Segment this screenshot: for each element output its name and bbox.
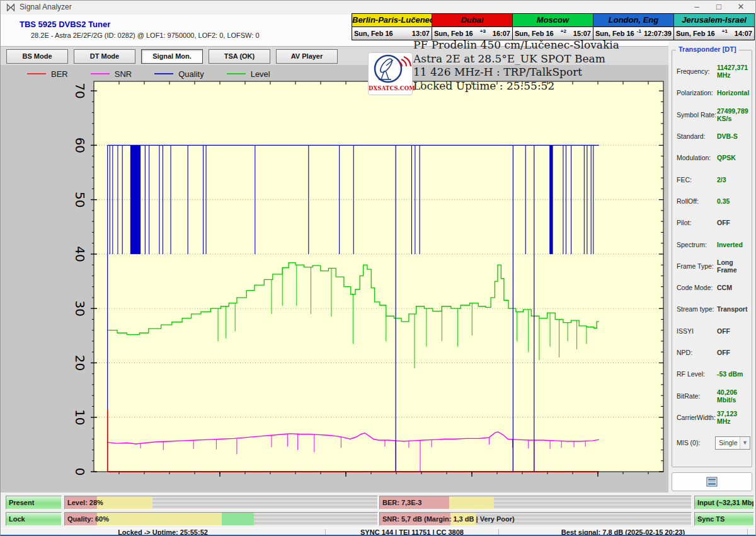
indicator-zone: [449, 496, 494, 509]
tuner-title: TBS 5925 DVBS2 Tuner: [20, 20, 110, 29]
indicator-input-mbps-: Input (~32,31 Mbps): [694, 496, 754, 510]
annotation-line: Locked Uptime : 25:55:52: [413, 79, 619, 93]
indicator-label: SNR: 5,7 dB (Margin: 1,3 dB | Very Poor): [382, 513, 515, 525]
field-label: Frequency:: [677, 67, 717, 75]
field-value: OFF: [717, 219, 730, 226]
clock-utc-offset: +3: [480, 28, 486, 34]
field-symbol-rate-: Symbol Rate:27499,789 KS/s: [677, 104, 750, 125]
field-fec-: FEC:2/3: [677, 168, 750, 190]
field-value: OFF: [717, 349, 730, 356]
clock-dubai: DubaiSun, Feb 16+316:07: [432, 13, 513, 40]
field-frequency-: Frequency:11427,371 MHz: [677, 61, 750, 82]
indicator-label: Lock: [9, 513, 25, 525]
field-label: FEC:: [677, 176, 717, 184]
field-value: Transport: [717, 305, 747, 313]
indicator-zone: [222, 513, 253, 525]
clock-moscow: MoscowSun, Feb 16+215:07: [513, 13, 593, 40]
field-label: Spectrum:: [677, 241, 717, 248]
field-label: Frame Type:: [677, 262, 717, 270]
clock-time: 13:07: [412, 30, 430, 37]
transponder-panel: Transponder [DT] Frequency:11427,371 MHz…: [668, 46, 756, 492]
satellite-dish-icon: [369, 53, 411, 84]
field-carrierwidth-: CarrierWidth:37,123 MHz: [677, 407, 750, 428]
tab-signal-mon-[interactable]: Signal Mon.: [141, 49, 203, 64]
field-label: Polarization:: [677, 89, 717, 96]
field-value: DVB-S: [717, 132, 738, 140]
title-bar: Signal Analyzer – □ ✕: [1, 1, 755, 15]
indicator-level: Level: 28%: [64, 496, 378, 510]
mis-selected-value: Single: [716, 439, 740, 446]
svg-text:30: 30: [72, 300, 88, 316]
field-label: NPD:: [677, 349, 717, 356]
satellite-info: 28.2E - Astra 2E/2F/2G (ID: 0282) @ LOF1…: [31, 32, 260, 39]
field-value: QPSK: [717, 154, 736, 161]
indicator-quality: Quality: 60%: [64, 512, 378, 526]
app-icon: [6, 3, 15, 12]
annotation-line: PF Prodelin 450 cm/Lučenec-Slovakia: [413, 38, 619, 52]
indicator-zone: [97, 513, 222, 525]
logo-text: DXSATCS.COM: [369, 85, 412, 91]
field-value: OFF: [717, 327, 730, 335]
clock-utc-offset: -1: [637, 28, 641, 34]
svg-text:20: 20: [72, 355, 88, 371]
annotation-line: 11 426 MHz-H : TRP/TalkSport: [413, 66, 619, 79]
transponder-title: Transponder [DT]: [676, 45, 739, 53]
field-value: 0.35: [717, 197, 730, 205]
tab-av-player[interactable]: AV Player: [276, 49, 338, 64]
indicator-lock: Lock: [6, 512, 62, 526]
indicator-label: Present: [9, 496, 34, 509]
field-value: Horizontal: [717, 89, 749, 96]
annotation-line: Astra 2E at 28.5°E_UK SPOT Beam: [413, 52, 619, 66]
minimize-button[interactable]: –: [686, 1, 707, 13]
field-value: 11427,371 MHz: [717, 64, 750, 79]
field-label: Pilot:: [677, 219, 717, 226]
field-rf-level-: RF Level:-53 dBm: [677, 363, 750, 385]
field-label: Code Mode:: [677, 284, 717, 291]
svg-text:70: 70: [72, 83, 88, 98]
field-modulation-: Modulation:QPSK: [677, 147, 750, 168]
field-value: CCM: [717, 284, 732, 291]
signal-chart: 010203040506070: [1, 65, 668, 492]
signal-chart-region: BERSNRQualityLevel 010203040506070: [1, 65, 668, 492]
clock-time: 14:07: [735, 30, 752, 37]
field-value: Long Frame: [717, 259, 750, 274]
mis-dropdown[interactable]: Single▼: [715, 436, 750, 450]
world-clocks: Berlin-Paris-LučenecSun, Feb 1613:07Duba…: [352, 13, 755, 40]
field-standard-: Standard:DVB-S: [677, 125, 750, 147]
tab-tsa-ok-[interactable]: TSA (OK): [209, 49, 270, 64]
indicator-label: Level: 28%: [67, 496, 103, 509]
clock-time: 15:07: [573, 30, 591, 37]
field-spectrum-: Spectrum:Inverted: [677, 233, 750, 255]
field-issyi: ISSYIOFF: [677, 320, 750, 342]
save-button[interactable]: [672, 472, 752, 491]
field-label: BitRate:: [677, 392, 717, 400]
svg-text:0: 0: [72, 468, 88, 476]
clock-city: Moscow: [512, 13, 593, 27]
tab-bs-mode[interactable]: BS Mode: [6, 49, 68, 64]
indicator-sync-ts: Sync TS: [694, 512, 754, 526]
transponder-fields: Frequency:11427,371 MHzPolarization:Hori…: [677, 61, 750, 453]
field-value: 37,123 MHz: [717, 410, 750, 425]
field-stream-type-: Stream type:Transport: [677, 298, 750, 320]
status-sync-counters: SYNC 144 | TEI 11751 | CC 3808: [326, 528, 498, 536]
field-frame-type-: Frame Type:Long Frame: [677, 255, 750, 277]
maximize-button[interactable]: □: [708, 1, 730, 13]
clock-datetime: Sun, Feb 16+114:07: [673, 27, 755, 40]
svg-text:50: 50: [72, 192, 88, 207]
field-label: RF Level:: [677, 370, 717, 378]
field-label: Modulation:: [677, 154, 717, 161]
svg-text:60: 60: [72, 137, 88, 153]
field-label: Standard:: [677, 132, 717, 140]
close-button[interactable]: ✕: [730, 1, 752, 13]
signal-analyzer-window: Signal Analyzer – □ ✕ TBS 5925 DVBS2 Tun…: [0, 0, 756, 536]
chevron-down-icon: ▼: [740, 437, 750, 449]
field-value: 27499,789 KS/s: [717, 107, 750, 122]
status-lock-uptime: Locked -> Uptime: 25:55:52: [1, 528, 325, 536]
clock-date: Sun, Feb 16: [515, 30, 554, 37]
clock-city: Dubai: [432, 13, 513, 27]
dxsatcs-logo: DXSATCS.COM: [368, 52, 413, 95]
tab-dt-mode[interactable]: DT Mode: [74, 49, 135, 64]
transponder-groupbox: Transponder [DT] Frequency:11427,371 MHz…: [672, 50, 752, 467]
clock-city: London, Eng: [593, 13, 674, 27]
indicator-snr: SNR: 5,7 dB (Margin: 1,3 dB | Very Poor): [379, 512, 692, 526]
